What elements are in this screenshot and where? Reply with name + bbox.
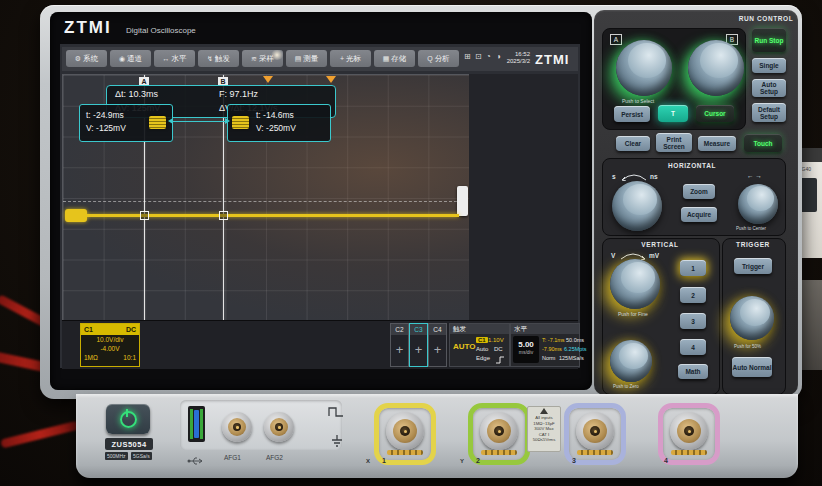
vertical-position-knob[interactable] [610, 340, 652, 382]
multipurpose-knob-b[interactable] [688, 40, 744, 96]
channel-1-button[interactable]: 1 [680, 260, 706, 276]
measure-button[interactable]: Measure [698, 136, 736, 151]
screen-glare [270, 50, 284, 60]
menu-trigger[interactable]: ↯触发 [198, 50, 239, 67]
ch3-label: 3 [572, 457, 576, 464]
ch1-impedance: 1MΩ [84, 353, 98, 362]
trigger-position-marker[interactable] [263, 76, 273, 83]
cursor-b-handle[interactable] [232, 116, 249, 129]
afg2-connector[interactable] [264, 412, 294, 442]
ch4-input[interactable] [658, 403, 720, 465]
touch-button[interactable]: Touch [744, 134, 782, 152]
ch3-add-button[interactable]: + [410, 335, 427, 363]
cursor-button[interactable]: Cursor [696, 105, 734, 122]
ch4-collapsed-box[interactable]: C4 + [428, 323, 447, 367]
ch2-input[interactable] [468, 403, 530, 465]
ch1-status-box[interactable]: C1DC 10.0V/div -4.00V 1MΩ10:1 [80, 323, 140, 367]
sample-rate: 125MSa/s [559, 355, 584, 361]
window-icon[interactable]: ⊞ [464, 52, 471, 61]
cursor-a-flag[interactable]: t: -24.9ms V: -125mV [79, 104, 173, 142]
ch2-collapsed-box[interactable]: C2 + [390, 323, 409, 367]
t-button[interactable]: T [658, 105, 688, 122]
clock-readout: 16:52 2025/3/2 [504, 51, 530, 65]
print-screen-button[interactable]: Print Screen [656, 133, 692, 152]
warning-icon [540, 408, 548, 414]
menu-horizontal[interactable]: ↔水平 [154, 50, 195, 67]
touch-icon[interactable]: ◗ [497, 52, 502, 61]
cursor-b-time: t: -14.6ms [256, 110, 294, 121]
acquire-button[interactable]: Acquire [681, 207, 717, 222]
cursor-b-trace-marker[interactable] [219, 211, 228, 220]
probe-cable [0, 420, 80, 448]
trigger-time-pos: T: -7.1ms [542, 337, 565, 343]
menu-storage[interactable]: ▦存储 [374, 50, 415, 67]
menu-cursor[interactable]: +光标 [330, 50, 371, 67]
zoom-button[interactable]: Zoom [683, 184, 715, 199]
storage-icon[interactable]: ⊡ [475, 52, 482, 61]
vertical-scale-knob[interactable] [610, 259, 660, 309]
ch1-position-marker[interactable] [65, 209, 87, 222]
cursor-a-handle[interactable] [149, 116, 166, 129]
ground-icon [330, 434, 344, 448]
trigger-section-label: TRIGGER [728, 241, 778, 248]
cursor-link-line [171, 121, 227, 122]
afg2-label: AFG2 [266, 454, 283, 461]
probe-sense-contacts [671, 450, 707, 455]
horizontal-position-knob[interactable] [738, 184, 778, 224]
push-center-hint: Push to Center [736, 226, 766, 231]
auto-normal-button[interactable]: Auto Normal [732, 357, 772, 377]
multipurpose-knob-a[interactable] [616, 40, 672, 96]
probe-sense-contacts [481, 450, 517, 455]
bezel-brand-logo: ZTMI [64, 18, 112, 38]
acquire-mode: Norm [542, 355, 555, 361]
cursor-icon: + [340, 55, 344, 62]
ch1-label: 1 [382, 457, 386, 464]
clear-button[interactable]: Clear [616, 136, 650, 151]
probe-sense-contacts [577, 450, 613, 455]
measure-icon: ▤ [295, 55, 302, 63]
single-button[interactable]: Single [752, 58, 786, 73]
run-stop-button[interactable]: Run Stop [752, 28, 786, 52]
ch2-add-button[interactable]: + [391, 335, 408, 363]
afg1-label: AFG1 [224, 454, 241, 461]
ch4-add-button[interactable]: + [429, 335, 446, 363]
ch1-waveform-trace [67, 214, 459, 217]
delay-position-marker[interactable] [326, 76, 336, 83]
math-button[interactable]: Math [678, 364, 708, 379]
trigger-status-box[interactable]: 触发 AUTO C1 1.10V Auto DC Edge [449, 323, 510, 367]
power-button[interactable] [106, 404, 150, 434]
channel-3-button[interactable]: 3 [680, 313, 706, 329]
horizontal-scale-knob[interactable] [612, 181, 662, 231]
auto-setup-button[interactable]: Auto Setup [752, 79, 786, 97]
trigger-coupling: DC [494, 346, 503, 352]
horizontal-status-box[interactable]: 水平 5.00 ms/div T: -7.1ms 50.0ms -7.90ms … [510, 323, 580, 367]
menu-channel[interactable]: ◉通道 [110, 50, 151, 67]
menu-system[interactable]: ⚙系统 [66, 50, 107, 67]
menu-measure[interactable]: ▤测量 [286, 50, 327, 67]
ch1-input[interactable] [374, 403, 436, 465]
cursor-b-flag[interactable]: t: -14.6ms V: -250mV [227, 104, 331, 142]
usb-icon [186, 456, 206, 466]
trigger-level: 1.10V [488, 337, 504, 343]
channel-4-button[interactable]: 4 [680, 339, 706, 355]
channel-2-button[interactable]: 2 [680, 287, 706, 303]
ch3-collapsed-box[interactable]: C3 + [409, 323, 428, 367]
default-setup-button[interactable]: Default Setup [752, 103, 786, 122]
menu-analyze[interactable]: Q分析 [418, 50, 459, 67]
clock-icon[interactable]: ◔ [486, 52, 491, 61]
cursor-a-time: t: -24.9ms [86, 110, 124, 121]
afg1-connector[interactable] [222, 412, 252, 442]
time: 16:52 [504, 51, 530, 58]
knob-a-label: A [610, 34, 622, 45]
ch1-scale: 10.0V/div [81, 335, 139, 344]
trigger-level-knob[interactable] [730, 296, 774, 340]
usb-port[interactable] [188, 406, 205, 442]
persist-button[interactable]: Persist [614, 106, 650, 122]
photo-scene: DG40 ZTMI Digital Oscilloscope ⚙系统 ◉通道 ↔… [0, 0, 822, 486]
x-axis-label: X [366, 458, 370, 464]
channel-icon: ◉ [119, 55, 125, 63]
trigger-level-handle[interactable] [457, 186, 468, 216]
trigger-menu-button[interactable]: Trigger [734, 258, 772, 274]
cursor-a-trace-marker[interactable] [140, 211, 149, 220]
ch3-input[interactable] [564, 403, 626, 465]
